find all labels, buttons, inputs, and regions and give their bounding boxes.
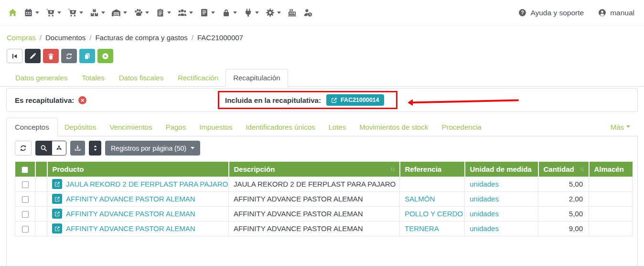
- tab-totales[interactable]: Totales: [75, 69, 112, 86]
- annotation-arrow: [408, 97, 519, 106]
- chevron-down-icon: [211, 11, 215, 16]
- tab-vencimientos[interactable]: Vencimientos: [103, 118, 159, 136]
- tab-lotes[interactable]: Lotes: [322, 118, 353, 136]
- sort-order-button[interactable]: [89, 141, 101, 156]
- records-per-page-dropdown[interactable]: Registros por página (50): [105, 141, 200, 156]
- box-arrow-icon: [54, 196, 60, 202]
- open-product-button[interactable]: [52, 209, 62, 219]
- unit-cell: unidades: [465, 177, 538, 191]
- first-record-button[interactable]: [7, 49, 22, 63]
- breadcrumb-separator: /: [192, 33, 193, 42]
- unit-link[interactable]: unidades: [470, 210, 499, 218]
- row-checkbox[interactable]: [22, 196, 29, 203]
- tab-more-dropdown[interactable]: Más: [603, 118, 638, 136]
- menu-home[interactable]: [5, 5, 21, 20]
- tab-datos-fiscales[interactable]: Datos fiscales: [112, 69, 171, 86]
- search-button[interactable]: [35, 141, 52, 156]
- chevron-down-icon: [277, 11, 281, 16]
- open-product-button[interactable]: [52, 179, 62, 189]
- tab-movimientos-de-stock[interactable]: Movimientos de stock: [353, 118, 435, 136]
- help-link[interactable]: ? Ayuda y soporte: [518, 9, 584, 17]
- box-arrow-icon: [54, 211, 60, 217]
- menu-journal[interactable]: [196, 5, 218, 20]
- menu-boxes[interactable]: [86, 5, 108, 20]
- menu-lock[interactable]: [218, 5, 240, 20]
- product-link[interactable]: AFFINITY ADVANCE PASTOR ALEMAN: [66, 195, 195, 203]
- tab-rectificacion[interactable]: Rectificación: [171, 69, 225, 86]
- menu-cart2[interactable]: [64, 5, 86, 20]
- product-cell: AFFINITY ADVANCE PASTOR ALEMAN: [47, 221, 229, 236]
- menu-user-clock[interactable]: [300, 5, 316, 20]
- skip-start-icon: [11, 53, 18, 60]
- menu-cash-register[interactable]: [284, 5, 300, 20]
- reference-link[interactable]: TERNERA: [405, 224, 439, 233]
- menu-clipboard[interactable]: [152, 5, 174, 20]
- quantity-cell: 5,00: [538, 177, 589, 191]
- sort-icon[interactable]: ↑↓: [580, 165, 584, 172]
- download-button[interactable]: [70, 141, 85, 156]
- pencil-icon: [29, 53, 36, 60]
- quantity-cell: 5,00: [538, 206, 589, 221]
- menu-cart[interactable]: [43, 5, 64, 20]
- reference-link[interactable]: POLLO Y CERDO: [405, 210, 463, 218]
- row-checkbox[interactable]: [22, 181, 29, 188]
- product-cell: JAULA REKORD 2 DE FERPLAST PARA PAJARO: [47, 177, 229, 191]
- sort-icon[interactable]: ↑↓: [390, 165, 395, 172]
- open-product-button[interactable]: [52, 223, 62, 234]
- select-all-checkbox[interactable]: [21, 167, 28, 173]
- tab-procedencia[interactable]: Procedencia: [435, 118, 488, 136]
- recap-invoice-badge[interactable]: FAC21000014: [326, 94, 384, 106]
- menu-gear[interactable]: [262, 5, 284, 20]
- records-per-page-label: Registros por página (50): [111, 145, 186, 152]
- chevron-down-icon: [189, 11, 193, 16]
- conceptos-panel: Registros por página (50) ProductoDescri…: [6, 136, 638, 267]
- warehouse-cell: [589, 191, 633, 206]
- unit-link[interactable]: unidades: [470, 180, 499, 188]
- reference-link[interactable]: SALMÓN: [405, 195, 435, 203]
- edit-button[interactable]: [25, 49, 41, 63]
- menu-plug[interactable]: [240, 5, 262, 20]
- duplicate-button[interactable]: [79, 49, 95, 63]
- table-body: JAULA REKORD 2 DE FERPLAST PARA PAJAROJA…: [15, 177, 633, 236]
- row-checkbox[interactable]: [22, 226, 29, 233]
- unit-link[interactable]: unidades: [470, 224, 499, 233]
- description-cell: AFFINITY ADVANCE PASTOR ALEMAN: [229, 191, 400, 206]
- row-checkbox-cell: [15, 177, 35, 191]
- tab-conceptos[interactable]: Conceptos: [6, 118, 58, 136]
- recycle-filter-button[interactable]: [52, 141, 66, 156]
- reference-cell: POLLO Y CERDO: [400, 206, 465, 221]
- user-label: manual: [610, 9, 634, 17]
- product-link[interactable]: AFFINITY ADVANCE PASTOR ALEMAN: [66, 210, 195, 218]
- tab-recapitulacion[interactable]: Recapitulación: [225, 69, 288, 87]
- process-button[interactable]: [97, 49, 113, 63]
- calendar-icon: [24, 8, 33, 17]
- tab-impuestos[interactable]: Impuestos: [193, 118, 239, 136]
- menu-paw[interactable]: [130, 5, 152, 20]
- menu-calendar[interactable]: [21, 5, 43, 20]
- menu-warehouse[interactable]: [108, 5, 130, 20]
- user-menu[interactable]: manual: [598, 9, 634, 17]
- unit-link[interactable]: unidades: [470, 195, 499, 203]
- product-link[interactable]: AFFINITY ADVANCE PASTOR ALEMAN: [66, 224, 195, 233]
- refresh-button[interactable]: [61, 49, 77, 63]
- sub-tabs: ConceptosDepósitosVencimientosPagosImpue…: [6, 118, 638, 136]
- cart-icon: [46, 8, 55, 17]
- tab-pagos[interactable]: Pagos: [159, 118, 193, 136]
- tab-depositos[interactable]: Depósitos: [58, 118, 103, 136]
- product-link[interactable]: JAULA REKORD 2 DE FERPLAST PARA PAJARO: [66, 180, 228, 188]
- refresh-table-button[interactable]: [15, 141, 32, 156]
- row-spacer-cell: [35, 221, 47, 236]
- paw-icon: [134, 8, 143, 17]
- menu-users[interactable]: [174, 5, 196, 20]
- sort-arrows-icon: [92, 145, 99, 152]
- tab-datos-generales[interactable]: Datos generales: [8, 69, 75, 86]
- tab-identificadores-unicos[interactable]: Identificadores únicos: [239, 118, 322, 136]
- delete-button[interactable]: [43, 49, 59, 63]
- breadcrumb-item-facturas-de-compra-y-gastos: Facturas de compra y gastos: [95, 33, 187, 42]
- row-checkbox[interactable]: [22, 211, 29, 218]
- open-product-button[interactable]: [52, 194, 62, 204]
- more-label: Más: [611, 123, 624, 131]
- row-spacer-cell: [35, 177, 47, 191]
- breadcrumb-item-compras[interactable]: Compras: [7, 33, 36, 42]
- play-icon: [102, 53, 109, 60]
